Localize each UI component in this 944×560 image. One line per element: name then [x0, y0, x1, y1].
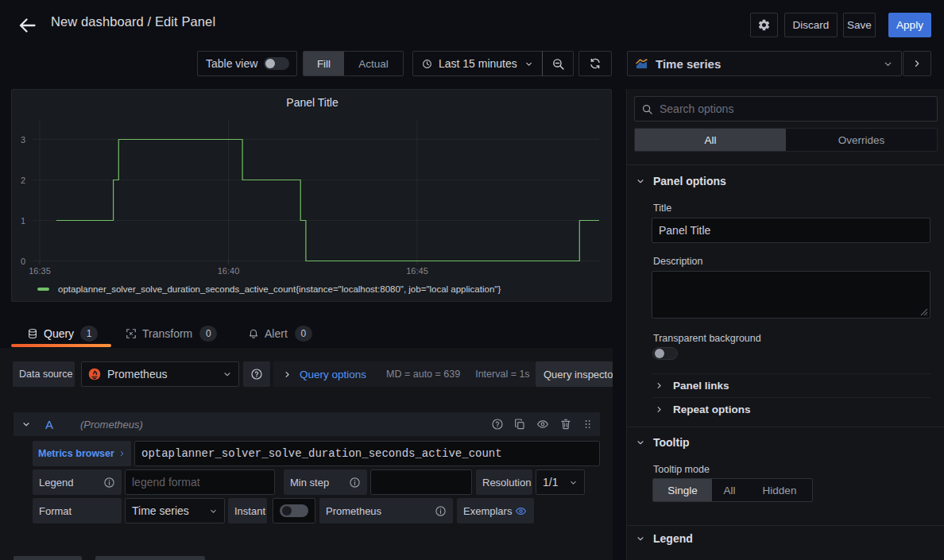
chart-legend: optaplanner_solver_solve_duration_second…	[37, 284, 501, 294]
query-inspector-button[interactable]: Query inspector	[536, 361, 613, 387]
chevron-down-icon	[524, 59, 533, 69]
delete-query-icon[interactable]	[559, 418, 572, 431]
svg-text:16:40: 16:40	[218, 266, 240, 276]
min-step-input[interactable]	[370, 469, 472, 495]
refresh-icon	[589, 57, 602, 70]
search-options-input[interactable]: Search options	[634, 96, 938, 122]
tooltip-mode-hidden[interactable]: Hidden	[747, 479, 812, 501]
time-series-chart: 012316:3516:4016:45	[12, 90, 611, 301]
table-view-toggle-group[interactable]: Table view	[197, 51, 297, 76]
svg-text:1: 1	[21, 216, 25, 226]
filter-tab-all[interactable]: All	[635, 129, 786, 151]
switch-knob	[282, 506, 292, 516]
exemplars-label-text: Exemplars	[463, 505, 512, 517]
query-help-icon[interactable]	[491, 418, 504, 431]
chevron-right-icon	[283, 370, 292, 379]
collapse-pane-button[interactable]	[903, 51, 931, 76]
duplicate-query-icon[interactable]	[513, 418, 526, 431]
svg-text:0: 0	[21, 257, 25, 266]
instant-switch[interactable]	[280, 504, 308, 517]
chevron-down-icon	[222, 369, 232, 379]
visualization-picker[interactable]: Time series	[627, 51, 902, 76]
legend-series-marker	[37, 288, 49, 291]
metrics-browser-button[interactable]: Metrics browser	[33, 441, 131, 466]
interval-info: Interval = 1s	[475, 369, 529, 380]
tooltip-mode-single[interactable]: Single	[653, 479, 712, 501]
legend-section-header[interactable]: Legend	[636, 532, 693, 545]
save-button[interactable]: Save	[843, 13, 876, 37]
sub-divider	[652, 397, 930, 398]
chevron-down-icon	[636, 438, 645, 447]
datasource-label: Data source	[13, 361, 75, 387]
section-divider	[627, 427, 944, 427]
switch-knob	[265, 59, 275, 68]
time-range-label: Last 15 minutes	[439, 57, 517, 70]
legend-format-placeholder: legend format	[132, 476, 200, 489]
legend-item[interactable]: optaplanner_solver_solve_duration_second…	[37, 284, 501, 294]
tab-alert[interactable]: Alert 0	[248, 326, 312, 342]
collapse-chevron-icon[interactable]	[21, 419, 31, 429]
exemplars-label: Exemplars	[457, 498, 534, 523]
exemplars-eye-icon[interactable]	[514, 505, 528, 517]
description-field-label: Description	[653, 256, 703, 267]
min-step-label-text: Min step	[290, 477, 329, 489]
discard-button[interactable]: Discard	[784, 13, 838, 37]
clock-icon	[422, 58, 432, 70]
panel-title-input[interactable]: Panel Title	[652, 218, 930, 243]
query-type-label: Prometheus	[319, 498, 453, 523]
panel-links-heading: Panel links	[673, 380, 729, 392]
tab-query[interactable]: Query 1	[27, 326, 98, 342]
panel-description-textarea[interactable]	[652, 271, 930, 319]
datasource-help-button[interactable]	[243, 361, 270, 387]
refresh-button[interactable]	[578, 51, 612, 76]
panel-settings-button[interactable]	[750, 13, 778, 37]
tooltip-section-header[interactable]: Tooltip	[636, 436, 690, 449]
actual-mode-button[interactable]: Actual	[344, 52, 403, 75]
query-row-header[interactable]: A (Prometheus)	[14, 412, 600, 436]
info-circle-icon	[349, 477, 361, 489]
tab-transform[interactable]: Transform 0	[126, 326, 217, 342]
tab-transform-label: Transform	[142, 327, 192, 340]
search-icon	[641, 103, 653, 115]
toggle-visibility-icon[interactable]	[536, 418, 550, 431]
info-circle-icon	[435, 505, 447, 517]
legend-format-input[interactable]: legend format	[125, 469, 275, 495]
tab-query-count-badge: 1	[80, 326, 98, 342]
options-filter-tabs: All Overrides	[634, 128, 938, 152]
format-select[interactable]: Time series	[125, 498, 225, 523]
back-button[interactable]	[17, 16, 37, 35]
table-view-switch[interactable]	[264, 57, 289, 70]
time-range-picker[interactable]: Last 15 minutes	[412, 51, 543, 76]
add-query-button[interactable]	[14, 556, 82, 560]
instant-switch-box[interactable]	[273, 498, 315, 523]
chevron-down-icon	[636, 534, 645, 543]
resolution-select[interactable]: 1/1	[536, 469, 585, 495]
title-field-label: Title	[653, 203, 671, 214]
add-expression-button[interactable]	[95, 556, 205, 560]
legend-label-text: Legend	[39, 477, 73, 489]
panel-options-section-header[interactable]: Panel options	[636, 175, 726, 187]
drag-handle-icon[interactable]	[582, 418, 594, 431]
panel-links-section-header[interactable]: Panel links	[655, 379, 729, 392]
filter-tab-overrides[interactable]: Overrides	[786, 129, 937, 151]
editor-tabs: Query 1 Transform 0 Alert 0	[0, 318, 612, 348]
repeat-options-section-header[interactable]: Repeat options	[655, 403, 751, 415]
resolution-label: Resolution	[476, 469, 532, 495]
arrow-left-icon	[17, 16, 37, 35]
tooltip-mode-group: Single All Hidden	[652, 478, 813, 502]
transparent-background-switch[interactable]	[652, 347, 678, 360]
zoom-out-button[interactable]	[542, 51, 574, 76]
top-header: New dashboard / Edit Panel Discard Save …	[0, 0, 944, 44]
tab-alert-count-badge: 0	[295, 326, 312, 342]
query-expression-input[interactable]: optaplanner_solver_solve_duration_second…	[134, 441, 600, 466]
bell-icon	[248, 328, 259, 340]
apply-button[interactable]: Apply	[888, 13, 931, 37]
table-view-label: Table view	[206, 57, 257, 70]
tooltip-mode-all[interactable]: All	[712, 479, 747, 501]
sub-divider	[652, 373, 930, 374]
fill-mode-button[interactable]: Fill	[304, 52, 344, 75]
query-options-label: Query options	[300, 369, 366, 380]
datasource-picker[interactable]: Prometheus	[81, 361, 239, 387]
resize-handle-icon[interactable]	[920, 308, 928, 316]
query-options-bar[interactable]: Query options MD = auto = 639 Interval =…	[273, 361, 536, 387]
